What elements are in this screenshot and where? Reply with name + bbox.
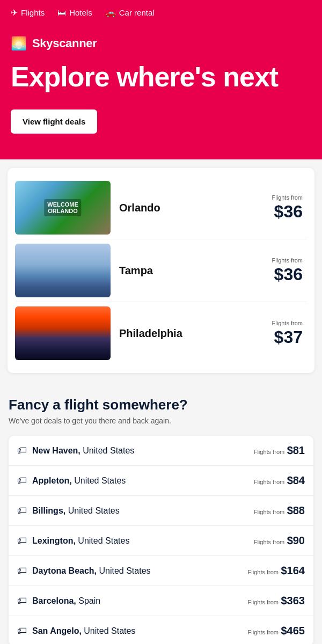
pin-icon-appleton: 🏷: [17, 475, 27, 486]
fancy-section-title: Fancy a flight somewhere?: [9, 397, 313, 413]
hero-section: 🌅 Skyscanner Explore where's next View f…: [0, 25, 322, 159]
tampa-price: $36: [274, 265, 303, 284]
logo-area: 🌅 Skyscanner: [11, 36, 311, 51]
deal-city-appleton: Appleton, United States: [32, 476, 126, 486]
pin-icon-barcelona: 🏷: [17, 595, 27, 606]
deal-price-appleton: Flights from $84: [254, 474, 305, 487]
deals-list: 🏷 New Haven, United States Flights from …: [9, 436, 313, 644]
top-nav: ✈ Flights 🛏 Hotels 🚗 Car rental: [0, 0, 322, 25]
philadelphia-info: Philadelphia: [111, 323, 272, 344]
deal-left-appleton: 🏷 Appleton, United States: [17, 475, 126, 486]
deal-row-appleton[interactable]: 🏷 Appleton, United States Flights from $…: [9, 466, 313, 496]
orlando-flights-from: Flights from: [272, 194, 303, 201]
deal-city-barcelona: Barcelona, Spain: [32, 596, 100, 606]
nav-car-label: Car rental: [119, 8, 155, 17]
nav-hotels[interactable]: 🛏 Hotels: [57, 8, 92, 18]
tampa-info: Tampa: [111, 260, 272, 281]
deal-price-lexington: Flights from $90: [254, 535, 305, 547]
skyscanner-logo-icon: 🌅: [11, 36, 27, 51]
pin-icon-san-angelo: 🏷: [17, 625, 27, 636]
deal-row-lexington[interactable]: 🏷 Lexington, United States Flights from …: [9, 526, 313, 556]
deal-row-billings[interactable]: 🏷 Billings, United States Flights from $…: [9, 496, 313, 526]
deal-city-daytona-beach: Daytona Beach, United States: [32, 566, 151, 576]
fancy-section-subtitle: We've got deals to get you there and bac…: [9, 416, 313, 425]
tampa-price-info: Flights from $36: [272, 257, 307, 284]
orlando-price: $36: [274, 202, 303, 221]
nav-flights-label: Flights: [21, 8, 45, 17]
philadelphia-flights-from: Flights from: [272, 320, 303, 326]
logo-text: Skyscanner: [32, 36, 97, 50]
flights-icon: ✈: [11, 8, 18, 18]
deal-city-san-angelo: San Angelo, United States: [32, 626, 135, 636]
deal-city-billings: Billings, United States: [32, 506, 120, 516]
orlando-info: Orlando: [111, 197, 272, 218]
deal-left-daytona-beach: 🏷 Daytona Beach, United States: [17, 565, 151, 576]
deal-left-new-haven: 🏷 New Haven, United States: [17, 445, 134, 456]
nav-hotels-label: Hotels: [69, 8, 92, 17]
hero-title: Explore where's next: [11, 62, 311, 92]
deal-price-new-haven: Flights from $81: [254, 444, 305, 457]
deal-left-lexington: 🏷 Lexington, United States: [17, 535, 129, 546]
philadelphia-city-name: Philadelphia: [119, 327, 182, 339]
pin-icon-lexington: 🏷: [17, 535, 27, 546]
deal-price-billings: Flights from $88: [254, 504, 305, 517]
deal-city-lexington: Lexington, United States: [32, 536, 129, 546]
philadelphia-image: [15, 306, 111, 360]
deal-row-san-angelo[interactable]: 🏷 San Angelo, United States Flights from…: [9, 616, 313, 644]
destination-card-tampa[interactable]: Tampa Flights from $36: [15, 239, 307, 302]
deal-left-billings: 🏷 Billings, United States: [17, 505, 120, 516]
deal-price-daytona-beach: Flights from $164: [248, 565, 305, 577]
destination-card-philadelphia[interactable]: Philadelphia Flights from $37: [15, 302, 307, 364]
tampa-image: [15, 244, 111, 297]
hotels-icon: 🛏: [57, 8, 66, 18]
philadelphia-price: $37: [274, 327, 303, 347]
orlando-price-info: Flights from $36: [272, 194, 307, 222]
deal-price-san-angelo: Flights from $465: [248, 625, 305, 637]
nav-flights[interactable]: ✈ Flights: [11, 8, 45, 18]
deal-city-new-haven: New Haven, United States: [32, 446, 134, 456]
view-flight-deals-button[interactable]: View flight deals: [11, 109, 97, 134]
destination-card-orlando[interactable]: Orlando Flights from $36: [15, 177, 307, 239]
tampa-flights-from: Flights from: [272, 257, 303, 264]
deal-left-san-angelo: 🏷 San Angelo, United States: [17, 625, 135, 636]
pin-icon-daytona-beach: 🏷: [17, 565, 27, 576]
orlando-image: [15, 181, 111, 235]
deal-row-barcelona[interactable]: 🏷 Barcelona, Spain Flights from $363: [9, 586, 313, 616]
deal-row-daytona-beach[interactable]: 🏷 Daytona Beach, United States Flights f…: [9, 556, 313, 586]
tampa-city-name: Tampa: [119, 265, 153, 276]
deal-row-new-haven[interactable]: 🏷 New Haven, United States Flights from …: [9, 436, 313, 466]
fancy-flight-section: Fancy a flight somewhere? We've got deal…: [0, 382, 322, 644]
pin-icon-new-haven: 🏷: [17, 445, 27, 456]
deal-left-barcelona: 🏷 Barcelona, Spain: [17, 595, 100, 606]
nav-car-rental[interactable]: 🚗 Car rental: [105, 8, 155, 18]
car-icon: 🚗: [105, 8, 116, 18]
featured-destinations-section: Orlando Flights from $36 Tampa Flights f…: [8, 168, 314, 373]
deal-price-barcelona: Flights from $363: [248, 595, 305, 607]
pin-icon-billings: 🏷: [17, 505, 27, 516]
philadelphia-price-info: Flights from $37: [272, 320, 307, 347]
orlando-city-name: Orlando: [119, 202, 160, 214]
